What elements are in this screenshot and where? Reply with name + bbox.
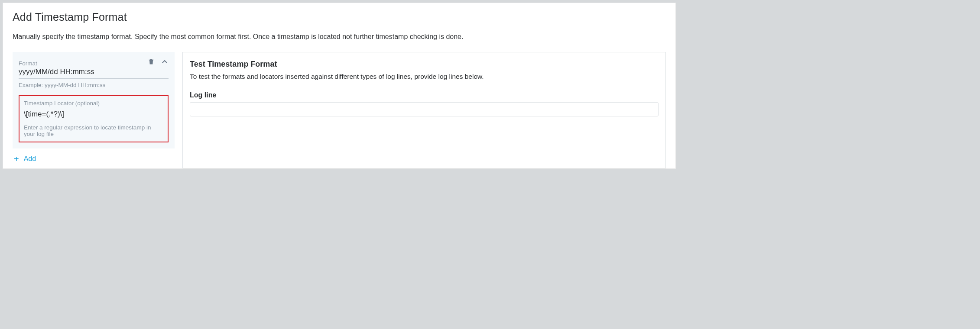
trash-icon[interactable] <box>148 58 155 65</box>
locator-highlight-box: Timestamp Locator (optional) Enter a reg… <box>19 95 169 142</box>
page-title: Add Timestamp Format <box>13 11 666 23</box>
test-panel-title: Test Timestamp Format <box>190 60 659 69</box>
format-column: Format <box>13 52 175 168</box>
locator-field-label: Timestamp Locator (optional) <box>24 100 163 106</box>
format-input[interactable] <box>19 67 169 79</box>
chevron-up-icon[interactable] <box>161 58 169 66</box>
add-button[interactable]: + Add <box>13 153 36 168</box>
test-panel: Test Timestamp Format To test the format… <box>182 52 666 168</box>
main-panel: Add Timestamp Format Manually specify th… <box>3 3 676 169</box>
format-card: Format <box>13 52 175 148</box>
locator-input[interactable] <box>24 109 163 121</box>
add-button-label: Add <box>24 155 36 163</box>
page-description: Manually specify the timestamp format. S… <box>13 32 666 42</box>
logline-label: Log line <box>190 91 659 99</box>
columns: Format <box>13 52 666 168</box>
logline-input[interactable] <box>190 102 659 116</box>
locator-helper: Enter a regular expression to locate tim… <box>24 124 163 137</box>
format-helper: Example: yyyy-MM-dd HH:mm:ss <box>19 82 169 88</box>
format-field-label: Format <box>19 60 37 67</box>
card-action-icons <box>148 52 169 67</box>
test-panel-description: To test the formats and locators inserte… <box>190 72 659 81</box>
plus-icon: + <box>14 155 19 163</box>
